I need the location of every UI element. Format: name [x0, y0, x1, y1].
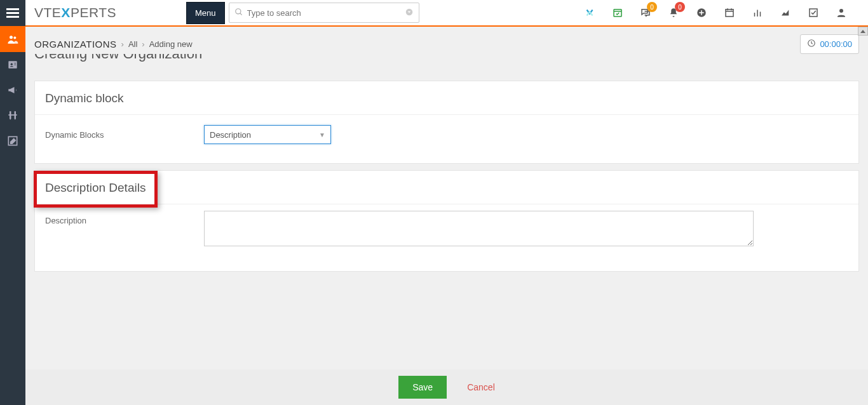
extension-icon[interactable] [576, 0, 604, 26]
svg-point-17 [839, 9, 843, 13]
select-value: Description [210, 130, 251, 140]
dynamic-block-title: Dynamic block [35, 81, 858, 114]
top-bar: VTEXPERTS Menu 0 0 [0, 0, 868, 27]
scrollbar-up-arrow[interactable] [858, 27, 868, 36]
user-icon[interactable] [827, 0, 855, 26]
timer-widget[interactable]: 00:00:00 [800, 34, 859, 54]
dynamic-blocks-select[interactable]: Description ▼ [204, 125, 331, 144]
hamburger-menu[interactable] [0, 0, 25, 26]
clock-icon [807, 39, 816, 50]
cancel-link[interactable]: Cancel [467, 382, 495, 392]
app-logo: VTEXPERTS [34, 5, 116, 20]
breadcrumb-current: Adding new [149, 39, 193, 49]
sidebar-item-campaigns[interactable] [0, 77, 25, 103]
dynamic-block-panel: Dynamic block Dynamic Blocks Description… [34, 81, 859, 164]
description-row: Description [45, 211, 848, 248]
dynamic-blocks-row: Dynamic Blocks Description ▼ [45, 125, 848, 144]
calendar-check-icon[interactable] [604, 0, 632, 26]
bell-badge: 0 [675, 2, 685, 12]
save-button[interactable]: Save [398, 376, 447, 399]
sidebar-item-leads[interactable] [0, 103, 25, 128]
search-icon [234, 8, 243, 18]
sidebar-item-edit[interactable] [0, 128, 25, 154]
main-content: ORGANIZATIONS › All › Adding new 00:00:0… [25, 27, 868, 405]
left-sidebar [0, 27, 25, 405]
svg-point-19 [13, 37, 16, 39]
plus-circle-icon[interactable] [688, 0, 715, 26]
top-icon-bar: 0 0 [576, 0, 868, 26]
chat-badge: 0 [647, 2, 657, 12]
checkbox-icon[interactable] [799, 0, 827, 26]
svg-point-0 [235, 8, 240, 13]
chevron-right-icon: › [121, 39, 124, 49]
description-textarea[interactable] [204, 211, 754, 246]
svg-point-18 [10, 36, 13, 39]
calendar-icon[interactable] [715, 0, 743, 26]
search-input[interactable] [247, 8, 405, 18]
svg-rect-3 [614, 10, 621, 17]
description-details-panel: Description Details Description [34, 170, 859, 272]
svg-rect-16 [810, 9, 817, 17]
bell-icon[interactable]: 0 [660, 0, 688, 26]
sidebar-item-organizations[interactable] [0, 27, 25, 52]
area-chart-icon[interactable] [771, 0, 799, 26]
bars-icon [6, 6, 19, 20]
chevron-down-icon[interactable] [405, 8, 414, 18]
timer-value: 00:00:00 [820, 39, 852, 49]
svg-line-1 [240, 13, 241, 15]
description-label: Description [45, 211, 204, 225]
chevron-right-icon: › [142, 39, 144, 49]
footer-actions: Save Cancel [25, 369, 868, 405]
search-box[interactable] [229, 3, 419, 23]
svg-point-21 [11, 63, 13, 65]
svg-rect-6 [726, 10, 733, 17]
chat-icon[interactable]: 0 [632, 0, 660, 26]
page-title: Creating New Organization [25, 54, 868, 65]
bar-chart-icon[interactable] [743, 0, 771, 26]
breadcrumb: ORGANIZATIONS › All › Adding new 00:00:0… [25, 27, 868, 58]
breadcrumb-root[interactable]: ORGANIZATIONS [34, 39, 117, 50]
breadcrumb-all[interactable]: All [128, 39, 137, 49]
description-details-title: Description Details [35, 171, 858, 204]
caret-down-icon: ▼ [319, 131, 325, 138]
dynamic-blocks-label: Dynamic Blocks [45, 125, 204, 140]
menu-button[interactable]: Menu [186, 2, 225, 24]
sidebar-item-contacts[interactable] [0, 52, 25, 77]
